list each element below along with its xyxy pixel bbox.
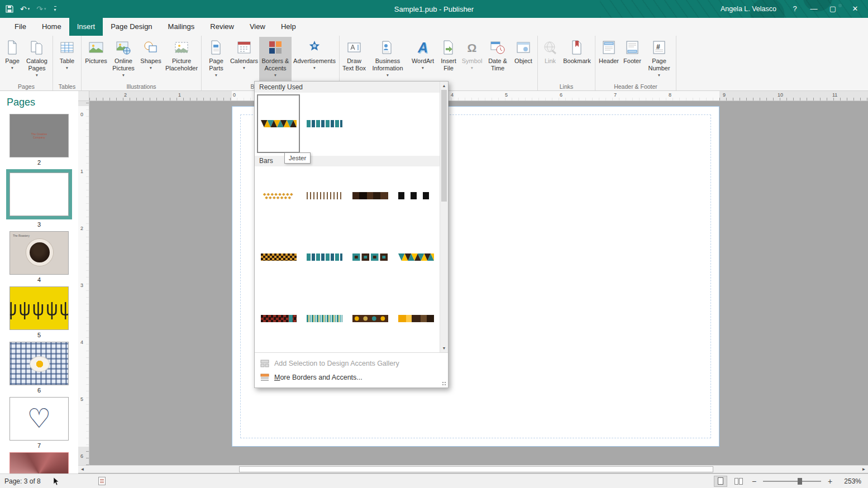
gallery-item-circles-on-brown[interactable] [349, 289, 392, 348]
page-thumbnail-4[interactable]: The Roastery 4 [9, 231, 69, 285]
gallery-item-black-white-blocks[interactable] [394, 166, 437, 225]
more-borders-accents-menu-item[interactable]: More Borders and Accents... [260, 370, 442, 384]
gallery-item-jester[interactable] [257, 94, 300, 153]
table-button[interactable]: Table ▾ [55, 37, 79, 82]
bookmark-icon [569, 38, 585, 57]
gallery-item-teal-gold-pinstripes[interactable] [303, 289, 346, 348]
tab-view[interactable]: View [242, 18, 273, 36]
minimize-button[interactable]: — [804, 0, 823, 18]
gallery-item-framed-squares[interactable] [349, 228, 392, 286]
thumbnail-image[interactable]: The Creative Company [9, 114, 69, 157]
picture-placeholder-button[interactable]: Picture Placeholder [164, 37, 199, 82]
quick-access-toolbar: ↶▾ ↷▾ ▾ [0, 4, 56, 13]
gallery-item-gold-brown-blocks[interactable] [394, 289, 437, 348]
ruler-label: 0 [233, 92, 236, 98]
gallery-item-brown-pinstripes[interactable] [303, 166, 346, 225]
zoom-in-button[interactable]: + [826, 477, 834, 486]
footer-button[interactable]: Footer [621, 37, 644, 82]
tab-home[interactable]: Home [34, 18, 69, 36]
advertisements-icon [307, 38, 322, 57]
gallery-item-teal-bars[interactable] [303, 228, 346, 286]
two-page-spread-view-button[interactable] [732, 476, 745, 487]
redo-button[interactable]: ↷▾ [36, 4, 46, 13]
gallery-item-teal-bars[interactable] [303, 94, 346, 153]
gallery-item-gold-diamonds[interactable] [257, 166, 300, 225]
link-button[interactable]: Link [540, 37, 561, 82]
resize-grip[interactable] [442, 381, 447, 386]
thumbnail-image[interactable] [9, 173, 69, 216]
scroll-up-icon[interactable]: ▲ [440, 82, 448, 90]
object-button[interactable]: Object [511, 37, 536, 82]
gallery-scrollbar[interactable]: ▲ ▼ [440, 82, 448, 352]
page-thumbnail-7[interactable]: 7 [9, 397, 69, 451]
scroll-down-icon[interactable]: ▼ [440, 344, 448, 352]
calendars-button[interactable]: Calendars ▾ [229, 37, 259, 82]
page-thumbnail-6[interactable]: 6 [9, 342, 69, 395]
tab-review[interactable]: Review [202, 18, 242, 36]
tab-mailings[interactable]: Mailings [160, 18, 203, 36]
thumbnail-image[interactable] [9, 452, 69, 473]
undo-icon: ↶ [20, 4, 27, 13]
date-time-button[interactable]: Date & Time [484, 37, 511, 82]
thumbnail-image[interactable] [9, 286, 69, 330]
add-selection-menu-item[interactable]: Add Selection to Design Accents Gallery [260, 356, 442, 370]
scroll-left-icon[interactable]: ◄ [78, 466, 87, 473]
scrollbar-thumb[interactable] [239, 466, 713, 472]
zoom-level[interactable]: 253% [839, 477, 861, 485]
gold-diamonds-pattern [261, 192, 297, 199]
coffee-cup-image [26, 239, 53, 266]
ribbon-group-pages: Page ▾ Catalog Pages ▾ Pages [0, 36, 53, 90]
single-page-view-button[interactable] [714, 476, 727, 487]
bookmark-button[interactable]: Bookmark [561, 37, 593, 82]
thumbnail-image[interactable] [9, 342, 69, 385]
header-button[interactable]: Header [597, 37, 621, 82]
tab-help[interactable]: Help [273, 18, 304, 36]
shapes-button[interactable]: Shapes ▾ [138, 37, 164, 82]
tab-file[interactable]: File [7, 18, 34, 36]
symbol-button[interactable]: Ω Symbol ▾ [460, 37, 484, 82]
help-button[interactable]: ? [785, 0, 804, 18]
insert-file-button[interactable]: Insert File [437, 37, 460, 82]
catalog-pages-button[interactable]: Catalog Pages ▾ [23, 37, 51, 82]
pictures-button[interactable]: Pictures [83, 37, 109, 82]
tab-insert[interactable]: Insert [69, 18, 103, 36]
draw-text-box-button[interactable]: Draw Text Box [341, 37, 367, 82]
account-name[interactable]: Angela L. Velasco [712, 5, 785, 13]
dropdown-caret-icon: ▾ [243, 65, 245, 70]
zoom-slider-thumb[interactable] [798, 478, 802, 485]
undo-button[interactable]: ↶▾ [20, 4, 30, 13]
page-thumbnail-3-selected[interactable]: 3 [6, 169, 72, 229]
zoom-slider[interactable] [763, 477, 821, 486]
scroll-right-icon[interactable]: ► [860, 466, 868, 473]
horizontal-ruler[interactable]: 2 1 0 1 2 3 4 5 6 7 8 9 10 11 [89, 91, 868, 101]
zoom-out-button[interactable]: − [750, 477, 759, 486]
close-button[interactable]: ✕ [842, 0, 868, 18]
gallery-item-red-checkered-blocks[interactable] [257, 289, 300, 348]
page-number-button[interactable]: # Page Number ▾ [644, 37, 674, 82]
selection-highlight [6, 169, 72, 219]
save-button[interactable] [6, 5, 13, 13]
thumbnail-image[interactable]: The Roastery [9, 231, 69, 275]
horizontal-scrollbar[interactable]: ◄ ► [78, 465, 868, 473]
tab-page-design[interactable]: Page Design [103, 18, 160, 36]
gallery-item-gold-checkerboard[interactable] [257, 228, 300, 286]
borders-accents-button[interactable]: Borders & Accents ▾ [259, 37, 292, 82]
page-parts-button[interactable]: Page Parts ▾ [203, 37, 229, 82]
gallery-item-teal-jester[interactable] [394, 228, 437, 286]
maximize-button[interactable]: ▢ [823, 0, 842, 18]
online-pictures-button[interactable]: Online Pictures ▾ [109, 37, 138, 82]
page-thumbnail-8[interactable] [9, 452, 69, 473]
wordart-button[interactable]: A WordArt ▾ [408, 37, 437, 82]
advertisements-button[interactable]: Advertisements ▾ [292, 37, 337, 82]
scrollbar-thumb[interactable] [441, 90, 447, 202]
page-thumbnail-2[interactable]: The Creative Company 2 [9, 114, 69, 168]
business-information-button[interactable]: Business Information ▾ [367, 37, 408, 82]
page-thumbnail-5[interactable]: 5 [9, 286, 69, 340]
customize-qat-button[interactable]: ▾ [53, 6, 56, 12]
page-button[interactable]: Page ▾ [2, 37, 23, 82]
borders-accents-icon [268, 38, 283, 57]
gallery-item-brown-blocks[interactable] [349, 166, 392, 225]
vertical-ruler[interactable]: 0 1 2 3 4 5 6 [78, 101, 89, 465]
page-number-icon: # [651, 38, 667, 57]
thumbnail-image[interactable] [9, 397, 69, 441]
